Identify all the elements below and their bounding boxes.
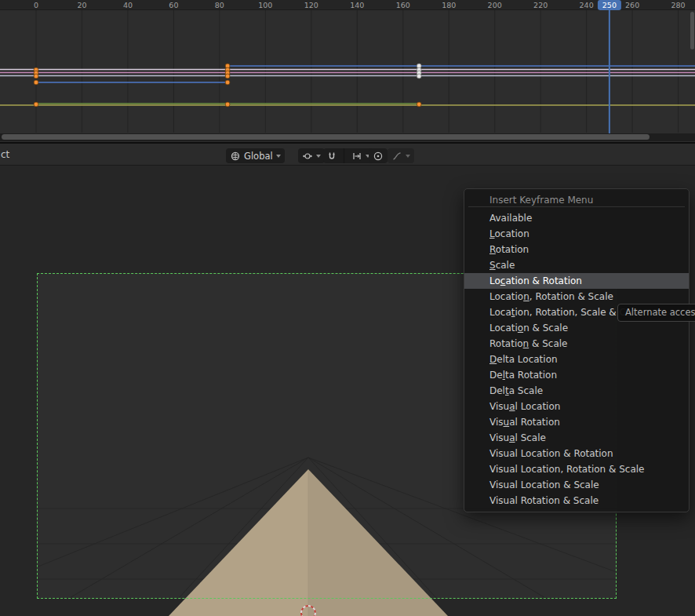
timeline-canvas (0, 0, 695, 141)
menu-item-available[interactable]: Available (464, 210, 689, 226)
menu-item-delta-rotation[interactable]: Delta Rotation (464, 367, 689, 383)
menu-item-visual-scale[interactable]: Visual Scale (464, 430, 689, 446)
menu-item-visual-location[interactable]: Visual Location (464, 399, 689, 414)
snap-with-icon (351, 151, 362, 162)
insert-keyframe-menu: Insert Keyframe Menu AvailableLocationRo… (464, 188, 690, 512)
proportional-editing-toggle[interactable] (369, 148, 388, 163)
graph-editor: 020406080100120140160180200220240260280 … (0, 0, 695, 142)
proportional-falloff-dropdown[interactable] (388, 148, 414, 163)
menu-item-visual-rotation[interactable]: Visual Rotation (464, 414, 689, 430)
orientation-globe-icon (230, 151, 241, 162)
menu-item-delta-location[interactable]: Delta Location (464, 352, 689, 367)
chevron-down-icon (406, 155, 410, 158)
pivot-point-icon (302, 151, 313, 162)
chevron-down-icon (316, 155, 321, 158)
cone-shaded-side (308, 469, 448, 616)
header-menu-text[interactable]: ct (1, 149, 9, 160)
menu-item-location-rotation[interactable]: Location & Rotation (464, 273, 689, 289)
menu-item-location-scale[interactable]: Location & Scale (464, 320, 689, 336)
chevron-down-icon (276, 155, 281, 158)
pivot-point-dropdown[interactable] (298, 148, 325, 163)
menu-item-list: AvailableLocationRotationScaleLocation &… (464, 210, 689, 508)
menu-item-location-rotation-scale[interactable]: Location, Rotation & Scale (464, 289, 689, 304)
blender-window: 020406080100120140160180200220240260280 … (0, 0, 695, 616)
timeline-horizontal-scrollbar[interactable] (0, 133, 695, 141)
menu-item-scale[interactable]: Scale (464, 257, 689, 273)
keyframe-dot[interactable] (225, 80, 230, 85)
menu-item-visual-location-rotation-scale[interactable]: Visual Location, Rotation & Scale (464, 461, 689, 477)
menu-item-rotation-scale[interactable]: Rotation & Scale (464, 336, 689, 352)
menu-item-visual-location-scale[interactable]: Visual Location & Scale (464, 477, 689, 493)
keyframe-dot[interactable] (34, 102, 38, 107)
timeline-horizontal-scrollbar-thumb[interactable] (2, 134, 650, 140)
menu-item-visual-location-rotation[interactable]: Visual Location & Rotation (464, 446, 689, 461)
divider (344, 148, 344, 163)
menu-item-location[interactable]: Location (464, 226, 689, 242)
keyframe-dot[interactable] (417, 74, 421, 78)
menu-item-rotation[interactable]: Rotation (464, 242, 689, 257)
keyframe-dot[interactable] (34, 80, 38, 85)
menu-item-visual-rotation-scale[interactable]: Visual Rotation & Scale (464, 493, 689, 508)
orientation-label: Global (244, 151, 273, 162)
falloff-curve-icon (391, 151, 402, 162)
menu-item-delta-scale[interactable]: Delta Scale (464, 383, 689, 399)
menu-title: Insert Keyframe Menu (464, 189, 689, 204)
menu-separator (468, 206, 685, 207)
keyframe-dot[interactable] (225, 102, 230, 107)
snapping-group (323, 148, 374, 163)
proportional-editing-icon (373, 151, 384, 162)
keyframe-dot[interactable] (34, 74, 38, 78)
snap-toggle-button[interactable] (323, 151, 340, 162)
timeline-vertical-scrollbar-thumb[interactable] (690, 12, 694, 49)
current-frame-badge[interactable]: 250 (598, 0, 621, 10)
viewport-header: ct Global (0, 142, 695, 166)
tooltip: Alternate access t (617, 304, 695, 322)
transform-orientation-dropdown[interactable]: Global (226, 148, 285, 163)
keyframe-dot[interactable] (417, 102, 421, 107)
snap-magnet-icon (326, 151, 337, 162)
keyframe-dot[interactable] (225, 74, 230, 78)
